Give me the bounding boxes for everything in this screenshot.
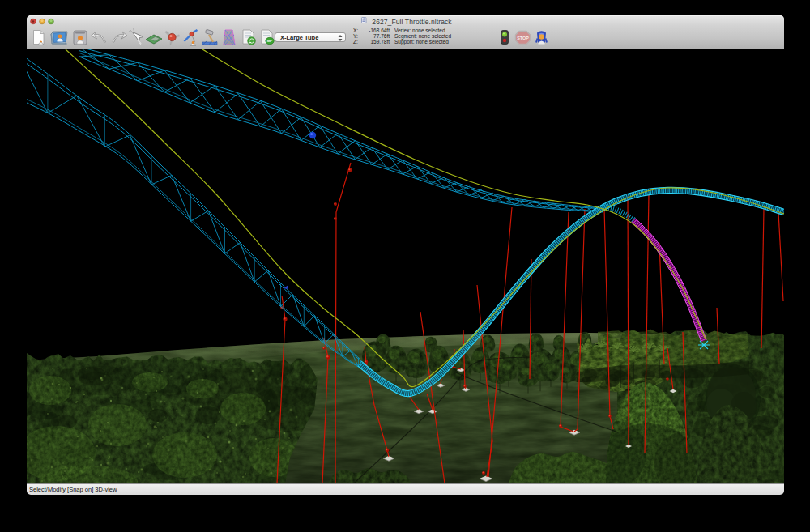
- svg-text:STOP: STOP: [517, 36, 529, 40]
- svg-text:MP: MP: [267, 39, 273, 43]
